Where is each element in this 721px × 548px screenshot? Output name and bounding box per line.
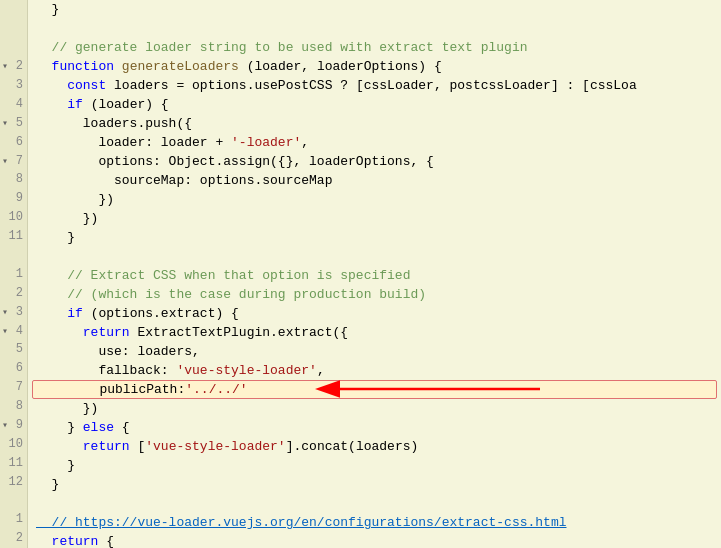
token: '-loader' <box>231 133 301 152</box>
code-line-8: options: Object.assign({}, loaderOptions… <box>32 152 717 171</box>
token: return <box>83 323 130 342</box>
line-number-21: 8 <box>0 397 27 416</box>
token: loaders.push({ <box>36 114 192 133</box>
line-number-0 <box>0 0 27 19</box>
line-number-14: 1 <box>0 264 27 283</box>
token <box>36 437 83 456</box>
line-number-15: 2 <box>0 283 27 302</box>
token: loader: loader + <box>36 133 231 152</box>
token <box>36 76 67 95</box>
token: , <box>301 133 309 152</box>
token: // (which is the case during production … <box>36 285 426 304</box>
line-number-7: 6 <box>0 132 27 151</box>
line-numbers: ▾234▾56▾789101112▾3▾45678▾910111212 <box>0 0 28 548</box>
token: 'vue-style-loader' <box>145 437 285 456</box>
token: (loader) { <box>83 95 169 114</box>
line-number-9: 8 <box>0 170 27 189</box>
line-number-4: 3 <box>0 76 27 95</box>
token: options: Object.assign({}, loaderOptions… <box>36 152 434 171</box>
token: else <box>83 418 114 437</box>
token <box>114 57 122 76</box>
token: // https://vue-loader.vuejs.org/en/confi… <box>36 513 567 532</box>
line-number-20: 7 <box>0 378 27 397</box>
token: } <box>36 0 59 19</box>
fold-indicator-8[interactable]: ▾ <box>0 151 10 170</box>
code-line-15: // (which is the case during production … <box>32 285 717 304</box>
code-line-13 <box>32 247 717 266</box>
token: [ <box>130 437 146 456</box>
code-line-17: return ExtractTextPlugin.extract({ <box>32 323 717 342</box>
line-number-24: 11 <box>0 453 27 472</box>
line-number-10: 9 <box>0 189 27 208</box>
line-number-8: ▾7 <box>0 151 27 170</box>
token: if <box>67 95 83 114</box>
token: }) <box>36 209 98 228</box>
token <box>36 532 52 548</box>
fold-indicator-3[interactable]: ▾ <box>0 57 10 76</box>
token: }) <box>36 190 114 209</box>
token: generateLoaders <box>122 57 239 76</box>
code-line-1 <box>32 19 717 38</box>
code-line-25: } <box>32 475 717 494</box>
code-line-22: } else { <box>32 418 717 437</box>
code-line-11: }) <box>32 209 717 228</box>
token: { <box>114 418 130 437</box>
token: } <box>36 456 75 475</box>
code-line-0: } <box>32 0 717 19</box>
token <box>36 304 67 323</box>
line-number-26 <box>0 491 27 510</box>
code-line-27: // https://vue-loader.vuejs.org/en/confi… <box>32 513 717 532</box>
token: 'vue-style-loader' <box>176 361 316 380</box>
token: return <box>52 532 99 548</box>
code-line-24: } <box>32 456 717 475</box>
line-number-1 <box>0 19 27 38</box>
line-number-12: 11 <box>0 227 27 246</box>
code-line-12: } <box>32 228 717 247</box>
code-line-21: }) <box>32 399 717 418</box>
line-number-11: 10 <box>0 208 27 227</box>
line-number-16: ▾3 <box>0 302 27 321</box>
token: , <box>317 361 325 380</box>
code-line-20: publicPath:'../../' <box>32 380 717 399</box>
code-line-19: fallback: 'vue-style-loader', <box>32 361 717 380</box>
line-number-25: 12 <box>0 472 27 491</box>
token: fallback: <box>36 361 176 380</box>
code-editor: ▾234▾56▾789101112▾3▾45678▾910111212 } //… <box>0 0 721 548</box>
token <box>36 95 67 114</box>
code-line-18: use: loaders, <box>32 342 717 361</box>
line-number-27: 1 <box>0 510 27 529</box>
token: ].concat(loaders) <box>286 437 419 456</box>
code-line-2: // generate loader string to be used wit… <box>32 38 717 57</box>
line-number-23: 10 <box>0 434 27 453</box>
token: loaders = options.usePostCSS ? [cssLoade… <box>106 76 637 95</box>
code-line-14: // Extract CSS when that option is speci… <box>32 266 717 285</box>
code-line-16: if (options.extract) { <box>32 304 717 323</box>
line-number-17: ▾4 <box>0 321 27 340</box>
token: const <box>67 76 106 95</box>
token: (options.extract) { <box>83 304 239 323</box>
line-number-5: 4 <box>0 94 27 113</box>
token: } <box>36 475 59 494</box>
fold-indicator-22[interactable]: ▾ <box>0 416 10 435</box>
line-number-28: 2 <box>0 529 27 548</box>
token: } <box>36 228 75 247</box>
line-number-13 <box>0 246 27 265</box>
code-area: } // generate loader string to be used w… <box>28 0 721 548</box>
fold-indicator-6[interactable]: ▾ <box>0 113 10 132</box>
code-line-6: loaders.push({ <box>32 114 717 133</box>
line-number-22: ▾9 <box>0 416 27 435</box>
token <box>36 323 83 342</box>
fold-indicator-16[interactable]: ▾ <box>0 302 10 321</box>
code-line-5: if (loader) { <box>32 95 717 114</box>
fold-indicator-17[interactable]: ▾ <box>0 321 10 340</box>
token: if <box>67 304 83 323</box>
code-line-4: const loaders = options.usePostCSS ? [cs… <box>32 76 717 95</box>
token: (loader, loaderOptions) { <box>239 57 442 76</box>
code-line-28: return { <box>32 532 717 548</box>
line-number-2 <box>0 38 27 57</box>
code-line-23: return ['vue-style-loader'].concat(loade… <box>32 437 717 456</box>
token: return <box>83 437 130 456</box>
code-line-10: }) <box>32 190 717 209</box>
line-number-3: ▾2 <box>0 57 27 76</box>
token: { <box>98 532 114 548</box>
